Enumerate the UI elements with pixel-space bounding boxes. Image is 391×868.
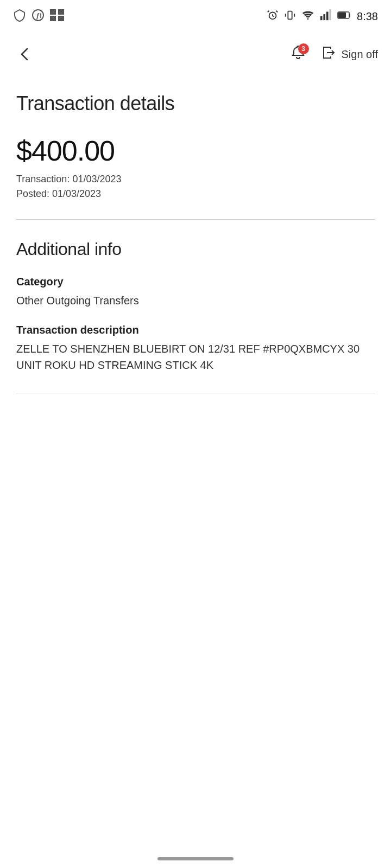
status-icons-right: 8:38 <box>267 9 378 24</box>
svg-rect-14 <box>338 12 346 18</box>
svg-point-8 <box>307 18 309 20</box>
signal-icon <box>320 9 332 24</box>
svg-rect-4 <box>50 16 56 21</box>
home-indicator <box>157 857 234 860</box>
page-title: Transaction details <box>16 92 375 115</box>
status-time: 8:38 <box>357 10 378 23</box>
svg-rect-3 <box>58 9 64 15</box>
svg-rect-9 <box>320 16 323 20</box>
transaction-amount: $400.00 <box>16 135 375 167</box>
status-bar: ƒi <box>0 0 391 33</box>
transaction-date: Transaction: 01/03/2023 <box>16 174 375 185</box>
svg-text:ƒi: ƒi <box>36 11 42 20</box>
category-label: Category <box>16 276 375 288</box>
battery-icon <box>337 11 351 22</box>
svg-rect-10 <box>323 14 325 20</box>
grid-icon <box>50 9 64 24</box>
sign-off-label: Sign off <box>342 48 378 61</box>
svg-rect-7 <box>288 11 292 19</box>
shield-icon <box>13 9 26 24</box>
description-label: Transaction description <box>16 324 375 336</box>
notification-badge: 3 <box>298 43 309 54</box>
category-value: Other Outgoing Transfers <box>16 292 375 309</box>
wifi-icon <box>301 9 314 24</box>
back-button[interactable] <box>13 42 37 66</box>
svg-rect-12 <box>329 9 331 20</box>
svg-rect-2 <box>50 9 56 15</box>
svg-rect-5 <box>58 16 64 21</box>
notification-button[interactable]: 3 <box>286 42 310 66</box>
svg-rect-11 <box>326 11 329 20</box>
nav-bar: 3 Sign off <box>0 33 391 76</box>
divider-2 <box>16 393 375 393</box>
alarm-icon <box>267 9 279 24</box>
status-icons-left: ƒi <box>13 9 64 24</box>
sign-off-button[interactable]: Sign off <box>321 44 378 65</box>
divider-1 <box>16 219 375 220</box>
vibrate-icon <box>284 9 296 24</box>
nav-right-actions: 3 Sign off <box>286 42 378 66</box>
fi-icon: ƒi <box>31 9 45 24</box>
main-content: Transaction details $400.00 Transaction:… <box>0 76 391 393</box>
sign-off-icon <box>321 44 337 65</box>
additional-info-title: Additional info <box>16 239 375 259</box>
description-value: ZELLE TO SHENZHEN BLUEBIRT ON 12/31 REF … <box>16 341 375 373</box>
posted-date: Posted: 01/03/2023 <box>16 188 375 200</box>
